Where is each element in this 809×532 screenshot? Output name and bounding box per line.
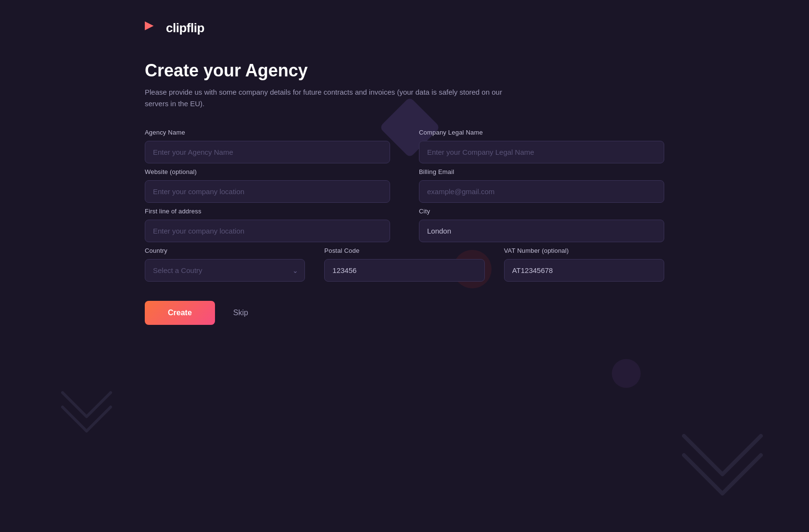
website-label: Website (optional): [145, 168, 390, 175]
address-group: First line of address: [145, 208, 390, 242]
postal-code-group: Postal Code: [324, 247, 484, 282]
form-actions: Create Skip: [145, 301, 664, 325]
country-select-wrapper: Select a Coutry United Kingdom United St…: [145, 259, 305, 282]
create-button[interactable]: Create: [145, 301, 215, 325]
agency-name-input[interactable]: [145, 141, 390, 163]
billing-email-group: Billing Email: [419, 168, 664, 203]
company-legal-name-group: Company Legal Name: [419, 129, 664, 163]
logo: ▶ clipflip: [145, 19, 664, 37]
vat-number-group: VAT Number (optional): [504, 247, 664, 282]
country-select[interactable]: Select a Coutry United Kingdom United St…: [145, 259, 305, 282]
city-input[interactable]: [419, 220, 664, 242]
country-label: Country: [145, 247, 305, 254]
address-input[interactable]: [145, 220, 390, 242]
postal-code-input[interactable]: [324, 259, 484, 282]
billing-email-input[interactable]: [419, 180, 664, 203]
billing-email-label: Billing Email: [419, 168, 664, 175]
address-label: First line of address: [145, 208, 390, 215]
logo-text: clipflip: [166, 21, 204, 36]
company-legal-name-input[interactable]: [419, 141, 664, 163]
page-title: Create your Agency: [145, 61, 664, 81]
form-row-4: Country Select a Coutry United Kingdom U…: [145, 247, 664, 282]
website-group: Website (optional): [145, 168, 390, 203]
agency-name-label: Agency Name: [145, 129, 390, 136]
postal-code-label: Postal Code: [324, 247, 484, 254]
form-row-2: Website (optional) Billing Email: [145, 168, 664, 203]
website-input[interactable]: [145, 180, 390, 203]
vat-number-label: VAT Number (optional): [504, 247, 664, 254]
company-legal-name-label: Company Legal Name: [419, 129, 664, 136]
city-group: City: [419, 208, 664, 242]
page-subtitle: Please provide us with some company deta…: [145, 87, 520, 110]
page-header: Create your Agency Please provide us wit…: [145, 61, 664, 110]
form-row-1: Agency Name Company Legal Name: [145, 129, 664, 163]
vat-number-input[interactable]: [504, 259, 664, 282]
skip-button[interactable]: Skip: [229, 301, 252, 325]
form-row-3: First line of address City: [145, 208, 664, 242]
agency-name-group: Agency Name: [145, 129, 390, 163]
logo-icon: ▶: [145, 19, 162, 37]
country-group: Country Select a Coutry United Kingdom U…: [145, 247, 305, 282]
cursor-icon: ▶: [145, 18, 153, 31]
create-agency-form: Agency Name Company Legal Name Website (…: [145, 129, 664, 325]
city-label: City: [419, 208, 664, 215]
